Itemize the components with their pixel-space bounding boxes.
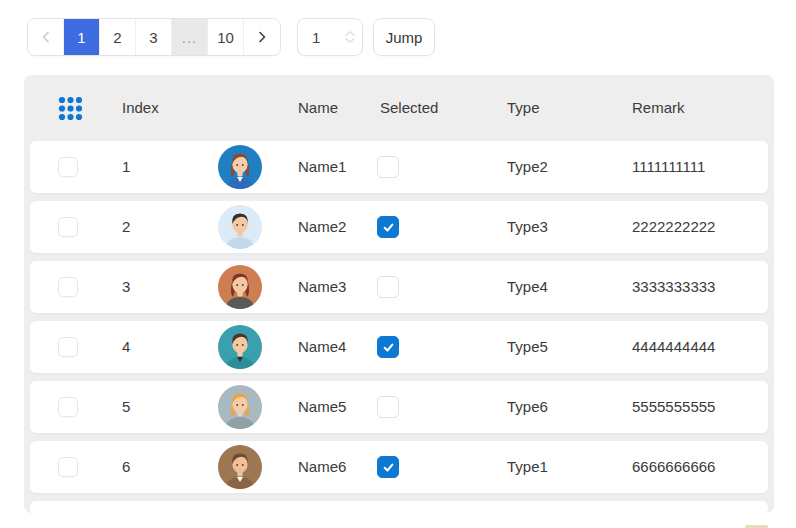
selected-checkbox[interactable] — [377, 396, 399, 418]
page-jump-input[interactable] — [312, 29, 342, 46]
row-name: Name3 — [298, 261, 346, 313]
row-name: Name5 — [298, 381, 346, 433]
grid-dots-icon[interactable] — [58, 96, 83, 121]
selected-checkbox[interactable] — [377, 276, 399, 298]
column-header-selected: Selected — [380, 75, 438, 141]
row-index: 4 — [122, 321, 130, 373]
avatar-person-gray — [218, 385, 262, 429]
row-remark: 5555555555 — [632, 381, 715, 433]
selected-checkbox[interactable] — [377, 456, 399, 478]
selected-checkbox[interactable] — [377, 216, 399, 238]
chevron-right-icon — [254, 29, 270, 45]
page-button-3[interactable]: 3 — [136, 19, 172, 55]
table-header: Index Name Selected Type Remark — [24, 75, 774, 141]
page-ellipsis-button[interactable]: ... — [172, 19, 208, 55]
avatar-woman-blue — [218, 145, 262, 189]
row-type: Type5 — [507, 321, 548, 373]
row-type: Type1 — [507, 441, 548, 493]
row-name: Name2 — [298, 201, 346, 253]
pagination-toolbar: 1 2 3 ... 10 Jump — [27, 18, 435, 56]
data-table: Index Name Selected Type Remark 1 Name1 … — [24, 75, 774, 513]
prev-page-button[interactable] — [28, 19, 64, 55]
selected-checkbox[interactable] — [377, 156, 399, 178]
table-row: 5 Name5 Type6 5555555555 — [30, 381, 768, 433]
partial-next-row — [30, 501, 768, 513]
jump-button[interactable]: Jump — [373, 18, 435, 56]
next-page-button[interactable] — [244, 19, 280, 55]
table-row: 2 Name2 Type3 2222222222 — [30, 201, 768, 253]
table-row: 1 Name1 Type2 1111111111 — [30, 141, 768, 193]
row-remark: 4444444444 — [632, 321, 715, 373]
row-checkbox[interactable] — [58, 397, 78, 417]
avatar-man-brown — [218, 445, 262, 489]
row-index: 1 — [122, 141, 130, 193]
row-index: 2 — [122, 201, 130, 253]
row-remark: 3333333333 — [632, 261, 715, 313]
row-index: 6 — [122, 441, 130, 493]
page-button-10[interactable]: 10 — [208, 19, 244, 55]
row-index: 5 — [122, 381, 130, 433]
table-row: 6 Name6 Type1 6666666666 — [30, 441, 768, 493]
table-row: 3 Name3 Type4 3333333333 — [30, 261, 768, 313]
row-remark: 6666666666 — [632, 441, 715, 493]
row-index: 3 — [122, 261, 130, 313]
row-type: Type4 — [507, 261, 548, 313]
selected-checkbox[interactable] — [377, 336, 399, 358]
row-remark: 1111111111 — [632, 141, 705, 193]
row-type: Type6 — [507, 381, 548, 433]
pagination: 1 2 3 ... 10 — [27, 18, 281, 56]
row-name: Name6 — [298, 441, 346, 493]
row-type: Type2 — [507, 141, 548, 193]
row-checkbox[interactable] — [58, 277, 78, 297]
row-remark: 2222222222 — [632, 201, 715, 253]
row-checkbox[interactable] — [58, 157, 78, 177]
row-name: Name1 — [298, 141, 346, 193]
table-body: 1 Name1 Type2 1111111111 2 Name2 Type3 2… — [24, 141, 774, 493]
avatar-man-lightblue — [218, 205, 262, 249]
page-jump-field — [297, 18, 363, 56]
column-header-index: Index — [122, 75, 159, 141]
stepper-icon[interactable] — [342, 29, 358, 45]
table-row: 4 Name4 Type5 4444444444 — [30, 321, 768, 373]
avatar-woman-coral — [218, 265, 262, 309]
column-header-name: Name — [298, 75, 338, 141]
column-header-remark: Remark — [632, 75, 685, 141]
row-name: Name4 — [298, 321, 346, 373]
row-type: Type3 — [507, 201, 548, 253]
page-button-2[interactable]: 2 — [100, 19, 136, 55]
row-checkbox[interactable] — [58, 217, 78, 237]
avatar-man-teal — [218, 325, 262, 369]
chevron-left-icon — [38, 29, 54, 45]
row-checkbox[interactable] — [58, 457, 78, 477]
column-header-type: Type — [507, 75, 540, 141]
page-button-1[interactable]: 1 — [64, 19, 100, 55]
row-checkbox[interactable] — [58, 337, 78, 357]
